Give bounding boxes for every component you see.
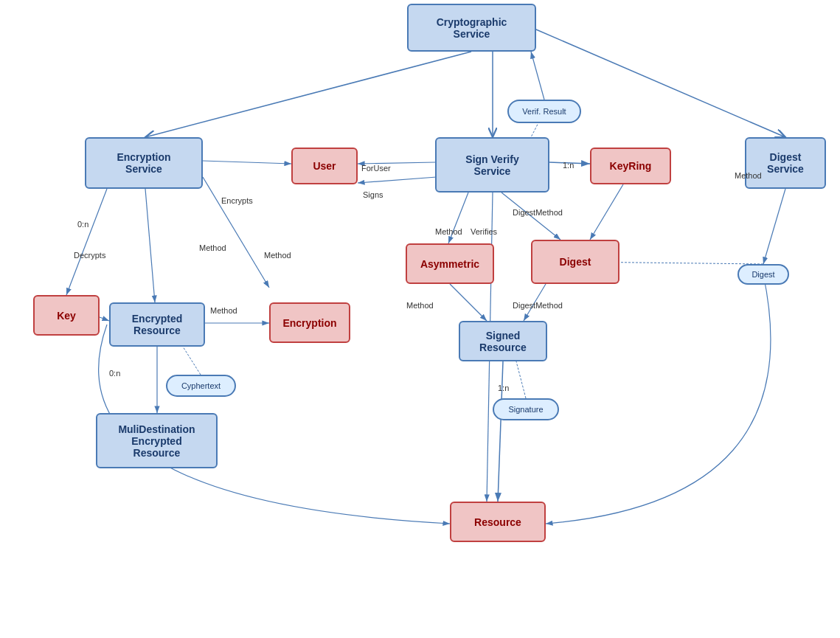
- signed-resource-label: Signed Resource: [479, 330, 527, 353]
- keyring-node: KeyRing: [590, 148, 671, 184]
- svg-line-20: [450, 284, 487, 321]
- verif-result-node: Verif. Result: [507, 100, 581, 123]
- keyring-label: KeyRing: [610, 160, 652, 172]
- edge-label-12: Method: [406, 301, 434, 310]
- edge-label-11: Method: [735, 171, 762, 180]
- asymmetric-label: Asymmetric: [420, 258, 479, 270]
- signed-resource-node: Signed Resource: [459, 321, 547, 361]
- diagram-container: Cryptographic ServiceEncryption ServiceS…: [0, 0, 840, 638]
- edge-label-10: Verifies: [471, 227, 497, 236]
- edge-label-7: 1:n: [563, 161, 574, 170]
- signature-node: Signature: [493, 398, 559, 420]
- svg-line-7: [358, 177, 437, 183]
- user-node: User: [291, 148, 358, 184]
- edge-label-5: ForUser: [361, 164, 391, 173]
- svg-line-10: [66, 189, 107, 295]
- edge-label-15: Method: [210, 306, 237, 315]
- edge-label-2: Decrypts: [74, 251, 105, 260]
- verif-result-label: Verif. Result: [522, 107, 566, 116]
- encryption-node: Encryption: [269, 302, 350, 343]
- svg-line-9: [203, 161, 291, 164]
- edge-label-0: Encrypts: [221, 196, 253, 205]
- edge-label-1: 0:n: [77, 220, 88, 229]
- svg-line-19: [763, 189, 785, 264]
- asymmetric-node: Asymmetric: [406, 243, 494, 284]
- svg-line-18: [590, 184, 623, 240]
- encrypted-resource-node: Encrypted Resource: [109, 302, 205, 347]
- edge-label-4: Method: [264, 251, 291, 260]
- edge-label-13: DigestMethod: [513, 301, 563, 310]
- svg-line-12: [203, 177, 269, 288]
- svg-line-2: [145, 52, 471, 137]
- encryption-service-node: Encryption Service: [85, 137, 203, 189]
- encryption-service-label: Encryption Service: [117, 151, 170, 175]
- cryptographic-service-node: Cryptographic Service: [407, 4, 536, 52]
- signature-label: Signature: [508, 405, 543, 414]
- cryptographic-service-label: Cryptographic Service: [437, 16, 507, 40]
- cyphertext-label: Cyphertext: [181, 381, 221, 390]
- digest-node: Digest: [531, 240, 619, 284]
- digest-service-node: Digest Service: [745, 137, 826, 189]
- digest-service-label: Digest Service: [767, 151, 804, 175]
- svg-line-15: [100, 317, 109, 321]
- digest-oval-label: Digest: [752, 270, 774, 279]
- sign-verify-service-node: Sign Verify Service: [435, 137, 549, 193]
- resource-label: Resource: [474, 516, 521, 528]
- sign-verify-service-label: Sign Verify Service: [465, 153, 518, 177]
- encrypted-resource-label: Encrypted Resource: [132, 313, 182, 336]
- resource-node: Resource: [450, 502, 546, 542]
- muli-destination-node: MuliDestination Encrypted Resource: [96, 413, 218, 468]
- digest-label: Digest: [560, 256, 591, 268]
- edge-label-3: Method: [199, 243, 226, 252]
- user-label: User: [313, 160, 336, 172]
- encryption-label: Encryption: [282, 317, 336, 329]
- digest-oval-node: Digest: [737, 264, 789, 285]
- muli-destination-label: MuliDestination Encrypted Resource: [118, 423, 195, 459]
- svg-line-11: [145, 189, 155, 302]
- svg-line-24: [183, 347, 201, 375]
- svg-line-5: [531, 52, 544, 100]
- svg-line-22: [498, 361, 503, 502]
- edge-label-16: 1:n: [498, 384, 509, 392]
- edge-label-9: Method: [435, 227, 462, 236]
- edge-label-8: DigestMethod: [513, 208, 563, 217]
- key-label: Key: [57, 310, 76, 322]
- svg-line-25: [516, 361, 526, 398]
- cyphertext-node: Cyphertext: [166, 375, 236, 397]
- edge-label-6: Signs: [363, 190, 383, 199]
- edge-label-14: 0:n: [109, 369, 120, 378]
- key-node: Key: [33, 295, 100, 336]
